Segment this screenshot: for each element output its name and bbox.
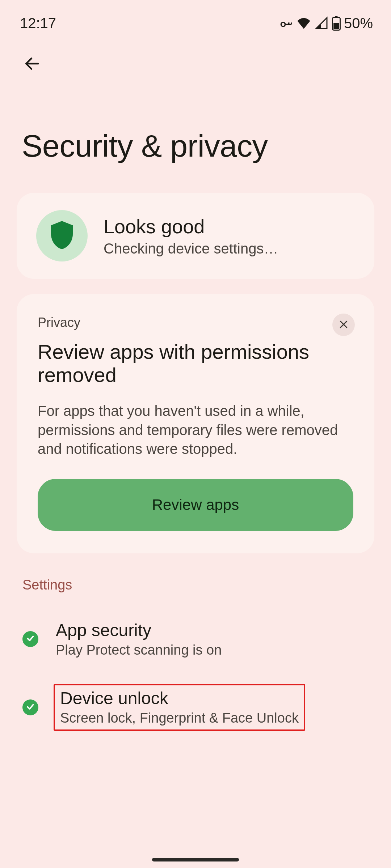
check-badge — [22, 699, 38, 715]
check-badge — [22, 631, 38, 647]
setting-subtitle: Screen lock, Fingerprint & Face Unlock — [60, 710, 299, 726]
page-title: Security & privacy — [0, 77, 391, 193]
battery-icon — [332, 16, 341, 31]
vpn-key-icon — [278, 16, 293, 31]
close-icon — [338, 319, 349, 331]
arrow-left-icon — [23, 55, 41, 74]
setting-app-security[interactable]: App security Play Protect scanning is on — [0, 607, 391, 672]
setting-title: App security — [56, 620, 222, 640]
security-status-card[interactable]: Looks good Checking device settings… — [17, 193, 374, 279]
wifi-icon — [296, 16, 311, 31]
privacy-review-card: Privacy Review apps with permissions rem… — [17, 294, 374, 553]
svg-point-0 — [281, 22, 285, 26]
check-icon — [26, 702, 35, 713]
check-icon — [26, 634, 35, 644]
dismiss-card-button[interactable] — [332, 314, 355, 336]
highlight-box: Device unlock Screen lock, Fingerprint &… — [54, 684, 305, 731]
privacy-tag: Privacy — [38, 315, 353, 330]
privacy-card-title: Review apps with permissions removed — [38, 340, 353, 387]
status-title: Looks good — [104, 215, 278, 238]
svg-rect-2 — [335, 16, 337, 18]
setting-title: Device unlock — [60, 688, 299, 708]
battery-percent: 50% — [344, 15, 373, 31]
navigation-handle[interactable] — [152, 858, 239, 861]
review-apps-button[interactable]: Review apps — [38, 479, 353, 531]
status-time: 12:17 — [20, 15, 56, 31]
status-subtitle: Checking device settings… — [104, 241, 278, 257]
settings-section-header: Settings — [0, 569, 391, 607]
svg-rect-3 — [333, 23, 339, 29]
status-icons: 50% — [278, 15, 373, 31]
status-icon-circle — [36, 210, 88, 261]
setting-subtitle: Play Protect scanning is on — [56, 642, 222, 658]
shield-icon — [49, 220, 75, 252]
privacy-card-description: For apps that you haven't used in a whil… — [38, 401, 353, 459]
status-bar: 12:17 50% — [0, 0, 391, 36]
cell-signal-icon — [314, 16, 329, 30]
back-button[interactable] — [19, 51, 46, 77]
setting-device-unlock[interactable]: Device unlock Screen lock, Fingerprint &… — [0, 672, 391, 738]
